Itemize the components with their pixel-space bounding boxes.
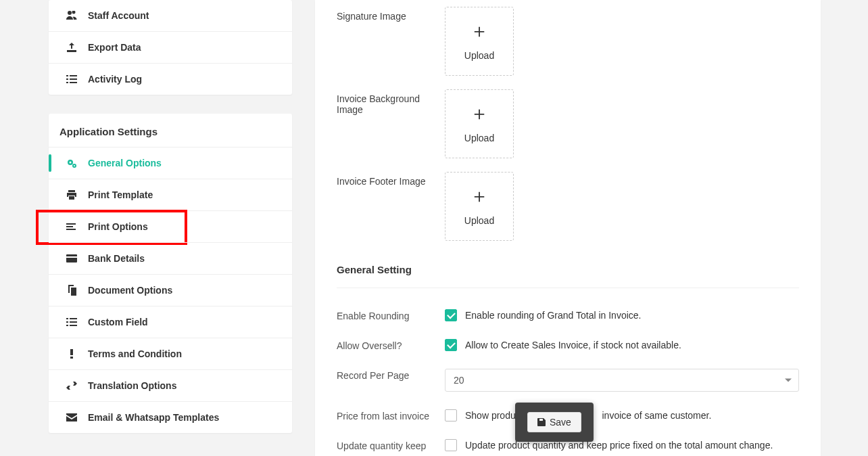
- setting-desc-rounding: Enable rounding of Grand Total in Invoic…: [465, 310, 641, 321]
- sidebar-item-label: Activity Log: [88, 74, 142, 85]
- checkbox-updateqty[interactable]: [445, 439, 457, 451]
- save-label: Save: [550, 417, 571, 428]
- setting-label-perpage: Record Per Page: [337, 369, 445, 381]
- setting-label-oversell: Allow Oversell?: [337, 339, 445, 351]
- field-label-signature: Signature Image: [337, 7, 445, 22]
- checkbox-rounding[interactable]: [445, 309, 457, 321]
- swap-icon: [66, 380, 77, 391]
- sidebar-item-label: Terms and Condition: [88, 348, 182, 359]
- sidebar-item-translation-options[interactable]: Translation Options: [49, 369, 292, 401]
- card-icon: [66, 253, 77, 264]
- select-record-per-page[interactable]: 20: [445, 369, 799, 392]
- app-settings-title: Application Settings: [49, 114, 292, 147]
- upload-footer[interactable]: ＋ Upload: [445, 172, 514, 241]
- plus-icon: ＋: [470, 104, 489, 123]
- setting-label-updateqty: Update quantity keep: [337, 439, 445, 451]
- setting-desc-updateqty: Update product quantity and keep price f…: [465, 440, 773, 451]
- save-overlay: Save: [515, 403, 594, 442]
- setting-desc-oversell: Allow to Create Sales Invoice, if stock …: [465, 340, 681, 350]
- sidebar-item-activity-log[interactable]: Activity Log: [49, 63, 292, 95]
- field-label-footer: Invoice Footer Image: [337, 172, 445, 187]
- upload-icon: [66, 42, 77, 53]
- upload-text: Upload: [464, 50, 494, 61]
- field-label-bg: Invoice Background Image: [337, 89, 445, 115]
- sidebar-item-print-template[interactable]: Print Template: [49, 179, 292, 210]
- setting-label-rounding: Enable Rounding: [337, 309, 445, 321]
- section-heading-general: General Setting: [337, 248, 799, 288]
- gears-icon: [66, 158, 77, 168]
- select-value: 20: [454, 375, 464, 386]
- envelope-icon: [66, 412, 77, 423]
- account-menu-card: Staff Account Export Data Activity Log: [49, 0, 292, 95]
- sidebar-item-terms-condition[interactable]: Terms and Condition: [49, 338, 292, 369]
- sidebar-item-label: Custom Field: [88, 317, 148, 327]
- plus-icon: ＋: [470, 22, 489, 41]
- save-button[interactable]: Save: [527, 412, 581, 432]
- upload-signature[interactable]: ＋ Upload: [445, 7, 514, 76]
- sidebar-item-label: Document Options: [88, 285, 172, 296]
- sidebar-item-bank-details[interactable]: Bank Details: [49, 242, 292, 274]
- exclaim-icon: [66, 348, 77, 359]
- sidebar-item-label: Translation Options: [88, 380, 176, 391]
- list-icon: [66, 317, 77, 327]
- sidebar-item-document-options[interactable]: Document Options: [49, 274, 292, 306]
- setting-label-lastprice: Price from last invoice: [337, 409, 445, 421]
- upload-text: Upload: [464, 133, 494, 143]
- copy-icon: [66, 285, 77, 296]
- sidebar-item-print-options[interactable]: Print Options: [49, 210, 292, 242]
- app-settings-card: Application Settings General Options Pri…: [49, 114, 292, 433]
- upload-bg[interactable]: ＋ Upload: [445, 89, 514, 158]
- sidebar-item-staff-account[interactable]: Staff Account: [49, 0, 292, 31]
- upload-text: Upload: [464, 215, 494, 226]
- sidebar-item-label: Print Template: [88, 189, 153, 200]
- sidebar-item-custom-field[interactable]: Custom Field: [49, 306, 292, 338]
- sidebar-item-label: Export Data: [88, 42, 141, 53]
- sidebar-item-export-data[interactable]: Export Data: [49, 31, 292, 63]
- lines-icon: [66, 221, 77, 232]
- sidebar-item-label: Print Options: [88, 221, 148, 232]
- users-icon: [66, 10, 77, 21]
- checkbox-oversell[interactable]: [445, 339, 457, 351]
- sidebar-item-label: Bank Details: [88, 253, 145, 264]
- sidebar-item-email-whatsapp[interactable]: Email & Whatsapp Templates: [49, 401, 292, 433]
- sidebar-item-label: Staff Account: [88, 10, 149, 21]
- sidebar-item-label: Email & Whatsapp Templates: [88, 412, 219, 423]
- sidebar-item-label: General Options: [88, 158, 162, 168]
- plus-icon: ＋: [470, 187, 489, 206]
- checkbox-lastprice[interactable]: [445, 409, 457, 421]
- sidebar-item-general-options[interactable]: General Options: [49, 147, 292, 179]
- main-panel: Signature Image ＋ Upload Invoice Backgro…: [315, 0, 821, 456]
- list-icon: [66, 74, 77, 85]
- save-icon: [537, 418, 546, 426]
- print-icon: [66, 189, 77, 200]
